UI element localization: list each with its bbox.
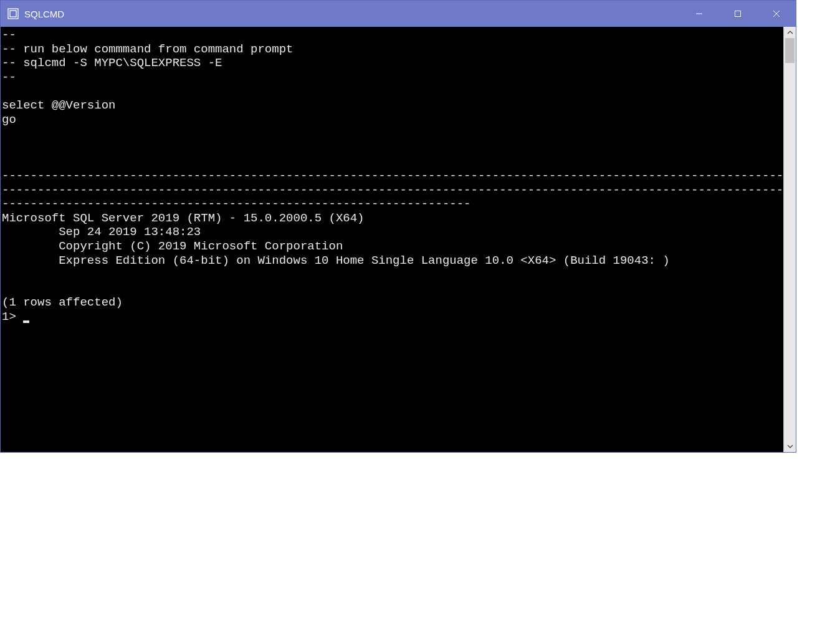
scroll-down-arrow-icon[interactable] [784, 441, 796, 452]
titlebar-left: SQLCMD [7, 7, 64, 20]
svg-rect-3 [735, 11, 741, 17]
scroll-thumb[interactable] [785, 38, 795, 63]
maximize-button[interactable] [718, 1, 757, 27]
window-title: SQLCMD [24, 9, 64, 19]
cursor-icon [23, 320, 29, 323]
sqlcmd-window: SQLCMD -- -- run below commmand from com… [0, 0, 796, 453]
titlebar[interactable]: SQLCMD [1, 1, 796, 27]
content-area: -- -- run below commmand from command pr… [1, 27, 796, 452]
vertical-scrollbar[interactable] [783, 27, 796, 452]
scroll-up-arrow-icon[interactable] [784, 27, 796, 38]
terminal-prompt: 1> [2, 310, 23, 324]
app-icon [7, 7, 19, 20]
scroll-track[interactable] [784, 38, 796, 441]
minimize-button[interactable] [680, 1, 718, 27]
close-button[interactable] [757, 1, 796, 27]
terminal-output[interactable]: -- -- run below commmand from command pr… [1, 27, 783, 452]
svg-rect-1 [10, 11, 16, 17]
window-controls [680, 1, 796, 27]
